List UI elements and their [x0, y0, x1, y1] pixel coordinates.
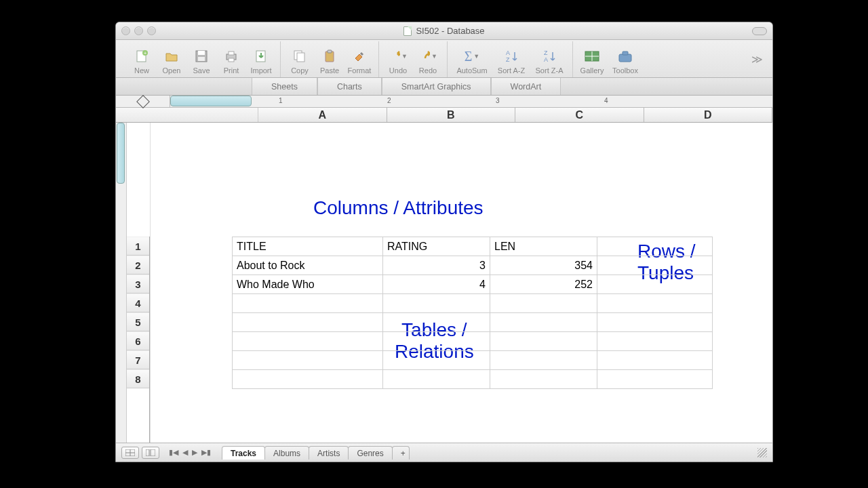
view-normal-button[interactable]: [121, 447, 139, 459]
tab-sheets[interactable]: Sheets: [252, 78, 317, 95]
cell-title[interactable]: Who Made Who: [233, 275, 383, 294]
open-button[interactable]: Open: [157, 47, 186, 77]
titlebar: SI502 - Database: [116, 22, 772, 40]
import-icon: [252, 47, 271, 65]
svg-rect-8: [229, 58, 234, 62]
sort-az-icon: AZ: [502, 47, 521, 65]
sheet-tab-genres[interactable]: Genres: [348, 446, 392, 460]
new-button[interactable]: + New: [127, 47, 157, 77]
row-header-6[interactable]: 6: [127, 331, 149, 350]
annotation-columns: Columns / Attributes: [313, 197, 484, 219]
copy-icon: [290, 47, 309, 65]
sheet-tabs: Tracks Albums Artists Genres +: [222, 446, 409, 460]
table-header-row: TITLE RATING LEN: [233, 237, 713, 256]
cell-len[interactable]: 252: [490, 275, 597, 294]
toolbox-button[interactable]: Toolbox: [607, 47, 644, 77]
header-rating[interactable]: RATING: [383, 237, 490, 256]
view-mode-buttons: [121, 447, 159, 459]
cell-empty[interactable]: [597, 275, 713, 294]
column-header-c[interactable]: C: [515, 108, 644, 122]
header-empty[interactable]: [597, 237, 713, 256]
sheet-tab-albums[interactable]: Albums: [264, 446, 309, 460]
cell-title[interactable]: About to Rock: [233, 256, 383, 275]
undo-icon: ▼: [389, 47, 408, 65]
sort-za-button[interactable]: ZA Sort Z-A: [530, 47, 568, 77]
resize-grip[interactable]: [757, 448, 767, 458]
cell-empty[interactable]: [597, 256, 713, 275]
toolbox-icon: [616, 47, 635, 65]
svg-rect-27: [151, 449, 155, 456]
autosum-icon: Σ▼: [462, 47, 481, 65]
svg-text:A: A: [544, 56, 548, 63]
row-header-2[interactable]: 2: [127, 256, 149, 274]
svg-rect-5: [198, 57, 205, 61]
table-row: [233, 294, 713, 313]
sheet-canvas[interactable]: Columns / Attributes Rows / Tuples Table…: [150, 123, 772, 443]
tab-smartart[interactable]: SmartArt Graphics: [382, 78, 491, 95]
svg-text:A: A: [506, 49, 510, 56]
cell-len[interactable]: 354: [490, 256, 597, 275]
row-header-1[interactable]: 1: [127, 237, 149, 256]
sort-az-button[interactable]: AZ Sort A-Z: [492, 47, 530, 77]
row-header-5[interactable]: 5: [127, 312, 149, 331]
toolbar-overflow-button[interactable]: ≫: [749, 53, 766, 66]
sheet-tab-artists[interactable]: Artists: [309, 446, 349, 460]
table-row: Who Made Who 4 252: [233, 275, 713, 294]
row-header-3[interactable]: 3: [127, 274, 149, 293]
row-header-7[interactable]: 7: [127, 350, 149, 369]
svg-text:Z: Z: [544, 49, 548, 56]
new-icon: +: [132, 47, 151, 65]
svg-rect-21: [619, 54, 631, 62]
nav-last-button[interactable]: ▶▮: [200, 448, 212, 457]
print-icon: [222, 47, 241, 65]
print-button[interactable]: Print: [216, 47, 246, 77]
import-button[interactable]: Import: [246, 47, 276, 77]
main-toolbar: + New Open Save Print Import: [116, 40, 772, 78]
undo-button[interactable]: ▼ Undo: [383, 47, 413, 77]
sort-za-icon: ZA: [540, 47, 559, 65]
tab-charts[interactable]: Charts: [317, 78, 382, 95]
nav-first-button[interactable]: ▮◀: [167, 448, 180, 457]
sheet-tab-tracks[interactable]: Tracks: [222, 446, 265, 460]
ruler-origin[interactable]: [116, 96, 170, 107]
column-header-a[interactable]: A: [258, 108, 387, 122]
sheet-nav-buttons: ▮◀ ◀ ▶ ▶▮: [167, 448, 212, 457]
statusbar: ▮◀ ◀ ▶ ▶▮ Tracks Albums Artists Genres +: [116, 443, 772, 462]
vertical-ruler[interactable]: [116, 123, 127, 443]
cell-rating[interactable]: 3: [383, 256, 490, 275]
gallery-button[interactable]: Gallery: [577, 47, 607, 77]
nav-prev-button[interactable]: ◀: [181, 448, 189, 457]
table-row: [233, 313, 713, 332]
save-button[interactable]: Save: [186, 47, 216, 77]
header-len[interactable]: LEN: [490, 237, 597, 256]
column-header-b[interactable]: B: [387, 108, 516, 122]
colhdr-spacer: [116, 108, 258, 122]
table-row: [233, 351, 713, 370]
view-layout-button[interactable]: [142, 447, 159, 459]
save-icon: [192, 47, 211, 65]
view-tabs: Sheets Charts SmartArt Graphics WordArt: [116, 78, 772, 96]
document-icon: [403, 26, 412, 36]
header-title[interactable]: TITLE: [233, 237, 383, 256]
column-headers: A B C D: [116, 108, 772, 123]
format-icon: [350, 47, 369, 65]
column-header-d[interactable]: D: [644, 108, 773, 122]
cell-rating[interactable]: 4: [383, 275, 490, 294]
vruler-thumb[interactable]: [117, 123, 125, 184]
redo-button[interactable]: ▼ Redo: [413, 47, 443, 77]
row-header-4[interactable]: 4: [127, 293, 149, 312]
tab-wordart[interactable]: WordArt: [491, 78, 561, 95]
horizontal-ruler[interactable]: 1 2 3 4: [170, 96, 772, 107]
autosum-button[interactable]: Σ▼ AutoSum: [452, 47, 492, 77]
add-sheet-button[interactable]: +: [392, 446, 410, 460]
row-header-8[interactable]: 8: [127, 369, 149, 388]
table-row: About to Rock 3 354: [233, 256, 713, 275]
gallery-icon: [583, 47, 601, 65]
paste-button[interactable]: Paste: [315, 47, 344, 77]
nav-next-button[interactable]: ▶: [191, 448, 199, 457]
table-row: [233, 332, 713, 351]
format-button[interactable]: Format: [344, 47, 374, 77]
copy-button[interactable]: Copy: [285, 47, 315, 77]
window-title: SI502 - Database: [416, 26, 484, 36]
svg-text:+: +: [144, 50, 147, 56]
